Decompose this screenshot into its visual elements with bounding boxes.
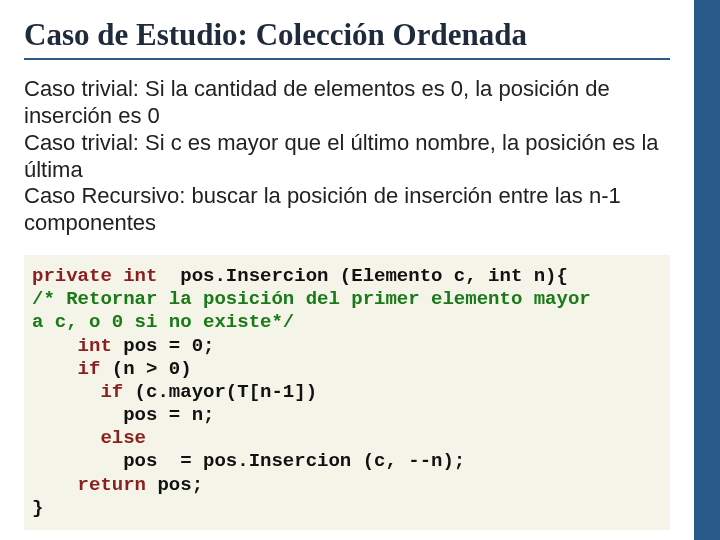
slide-title: Caso de Estudio: Colección Ordenada xyxy=(24,18,670,52)
code-keyword: private int xyxy=(32,265,157,287)
code-keyword: int xyxy=(32,335,112,357)
code-keyword: if xyxy=(32,381,123,403)
code-comment: /* Retornar la posición del primer eleme… xyxy=(32,288,591,310)
title-underline xyxy=(24,58,670,60)
code-keyword: else xyxy=(32,427,146,449)
body-paragraph-3: Caso Recursivo: buscar la posición de in… xyxy=(24,183,670,237)
code-comment: a c, o 0 si no existe*/ xyxy=(32,311,294,333)
code-text: pos.Insercion (Elemento c, int n){ xyxy=(157,265,567,287)
body-paragraph-2: Caso trivial: Si c es mayor que el últim… xyxy=(24,130,670,184)
code-text: pos = pos.Insercion (c, --n); xyxy=(32,450,465,472)
code-text: (n > 0) xyxy=(100,358,191,380)
body-text-block: Caso trivial: Si la cantidad de elemento… xyxy=(24,76,670,237)
slide-sidebar-accent xyxy=(694,0,720,540)
body-paragraph-1: Caso trivial: Si la cantidad de elemento… xyxy=(24,76,670,130)
code-text: (c.mayor(T[n-1]) xyxy=(123,381,317,403)
code-keyword: return xyxy=(32,474,146,496)
code-text: pos = 0; xyxy=(112,335,215,357)
code-text: pos; xyxy=(146,474,203,496)
slide-content: Caso de Estudio: Colección Ordenada Caso… xyxy=(0,0,694,540)
code-text: pos = n; xyxy=(32,404,214,426)
code-block: private int pos.Insercion (Elemento c, i… xyxy=(24,255,670,530)
code-text: } xyxy=(32,497,43,519)
code-keyword: if xyxy=(32,358,100,380)
